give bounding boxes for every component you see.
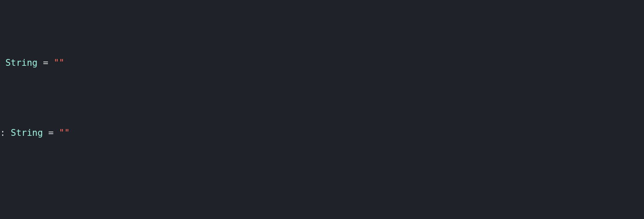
string-token: "" (53, 58, 64, 68)
string-token: "" (59, 128, 70, 138)
type-token: String (11, 128, 43, 138)
code-line-blank[interactable] (0, 196, 644, 210)
type-token: String (6, 58, 38, 68)
code-line[interactable]: String = "" (0, 56, 644, 70)
code-token (0, 58, 6, 68)
code-editor[interactable]: String = "" : String = "" { ✕ Failed to … (0, 0, 644, 219)
code-token: = (38, 58, 54, 68)
code-line[interactable]: : String = "" (0, 126, 644, 140)
code-token: = (43, 128, 59, 138)
code-token: : (0, 128, 11, 138)
